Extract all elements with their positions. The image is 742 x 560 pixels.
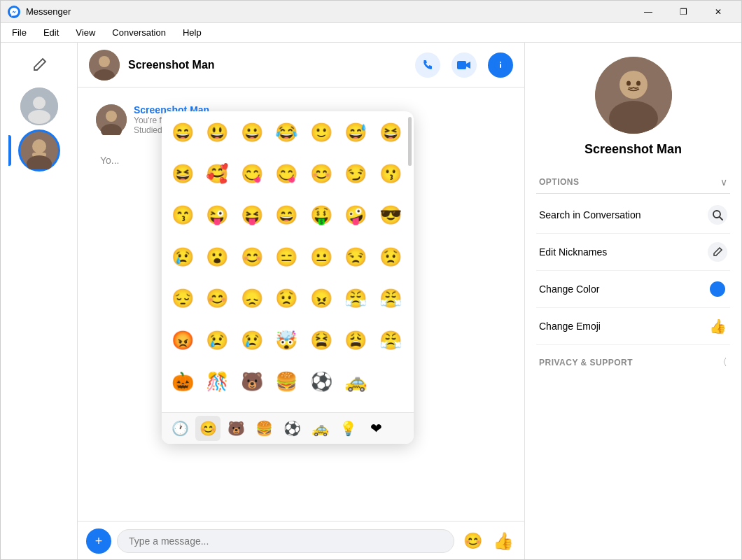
sidebar-item-screenshot-man[interactable] xyxy=(18,130,60,172)
emoji-cell[interactable]: ⚽ xyxy=(306,367,337,398)
svg-line-24 xyxy=(720,217,722,220)
emoji-tab-smileys[interactable]: 😊 xyxy=(195,416,220,441)
emoji-cell[interactable]: 😤 xyxy=(340,284,371,314)
emoji-cell[interactable]: 🎊 xyxy=(202,367,232,398)
emoji-cell[interactable]: 😀 xyxy=(237,117,267,148)
emoji-cell[interactable]: 😢 xyxy=(167,241,198,272)
emoji-cell[interactable]: 🤪 xyxy=(340,200,371,231)
video-button[interactable] xyxy=(451,52,477,78)
header-actions xyxy=(415,52,513,78)
emoji-cell[interactable]: 🤯 xyxy=(271,325,302,356)
emoji-picker-button[interactable]: 😊 xyxy=(460,528,485,554)
emoji-cell[interactable]: 😎 xyxy=(375,200,406,231)
emoji-cell[interactable]: 😅 xyxy=(340,117,371,148)
emoji-tab-objects[interactable]: 💡 xyxy=(335,416,360,441)
emoji-tab-food[interactable]: 🍔 xyxy=(251,416,276,441)
option-emoji-label: Change Emoji xyxy=(539,321,601,332)
emoji-cell[interactable]: 🤑 xyxy=(306,200,337,231)
emoji-tab-recent[interactable]: 🕐 xyxy=(167,416,192,441)
option-change-emoji[interactable]: Change Emoji 👍 xyxy=(536,308,730,345)
emoji-cell[interactable]: 😢 xyxy=(202,325,232,356)
emoji-cell[interactable]: 😠 xyxy=(306,284,337,314)
emoji-cell[interactable]: 😄 xyxy=(167,117,198,148)
menu-file[interactable]: File xyxy=(6,26,32,39)
svg-point-21 xyxy=(626,81,631,86)
emoji-cell[interactable]: 😊 xyxy=(237,241,267,272)
emoji-cell[interactable]: 😑 xyxy=(271,241,302,272)
emoji-cell[interactable]: 🎃 xyxy=(167,367,198,398)
emoji-cell[interactable]: 😜 xyxy=(202,200,232,231)
option-edit-label: Edit Nicknames xyxy=(539,246,607,258)
emoji-cell[interactable]: 😢 xyxy=(237,325,267,356)
privacy-chevron-icon[interactable]: 〈 xyxy=(718,356,727,369)
emoji-tab-animals[interactable]: 🐻 xyxy=(223,416,248,441)
chat-messages[interactable]: Screenshot Man You're fr... Studied... Y… xyxy=(78,88,524,521)
emoji-cell[interactable]: 😄 xyxy=(271,200,302,231)
emoji-cell[interactable]: 😤 xyxy=(375,325,406,356)
privacy-section: PRIVACY & SUPPORT 〈 xyxy=(536,351,730,374)
emoji-cell[interactable]: 😋 xyxy=(271,158,302,189)
options-label: OPTIONS xyxy=(539,177,580,187)
color-dot-icon xyxy=(708,279,727,299)
emoji-cell[interactable]: 🍔 xyxy=(271,367,302,398)
emoji-cell[interactable]: 😗 xyxy=(375,158,406,189)
conversation-panel: Screenshot Man xyxy=(78,43,524,560)
right-panel: Screenshot Man OPTIONS ∨ Search in Conve… xyxy=(524,43,741,560)
app-icon xyxy=(8,6,20,18)
emoji-cell[interactable]: 😩 xyxy=(340,325,371,356)
emoji-cell[interactable]: 🙂 xyxy=(306,117,337,148)
emoji-cell[interactable]: 😤 xyxy=(375,284,406,314)
emoji-cell[interactable]: 😊 xyxy=(306,158,337,189)
emoji-tab-activities[interactable]: ⚽ xyxy=(279,416,304,441)
emoji-cell[interactable]: 🚕 xyxy=(340,367,371,398)
emoji-cell[interactable]: 😐 xyxy=(306,241,337,272)
privacy-header: PRIVACY & SUPPORT 〈 xyxy=(536,351,730,374)
emoji-picker-grid[interactable]: 😄 😃 😀 😂 🙂 😅 😆 😆 🥰 😋 😋 😊 xyxy=(162,111,414,412)
emoji-tab-travel[interactable]: 🚕 xyxy=(307,416,332,441)
minimize-button[interactable]: — xyxy=(632,1,664,23)
emoji-scrollbar[interactable] xyxy=(408,117,412,166)
emoji-cell[interactable]: 😝 xyxy=(237,200,267,231)
emoji-cell[interactable]: 😊 xyxy=(202,284,232,314)
emoji-cell[interactable]: 😆 xyxy=(167,158,198,189)
compose-button[interactable] xyxy=(24,50,55,80)
option-change-color[interactable]: Change Color xyxy=(536,271,730,308)
menu-edit[interactable]: Edit xyxy=(38,26,64,39)
emoji-cell[interactable]: 🥰 xyxy=(202,158,232,189)
conversation-header: Screenshot Man xyxy=(78,43,524,88)
emoji-cell[interactable]: 🐻 xyxy=(237,367,267,398)
message-input[interactable] xyxy=(117,529,454,553)
phone-button[interactable] xyxy=(415,52,440,78)
emoji-cell[interactable]: 😮 xyxy=(202,241,232,272)
emoji-cell[interactable]: 😆 xyxy=(375,117,406,148)
emoji-tab-symbols[interactable]: ❤ xyxy=(363,416,388,441)
emoji-cell[interactable]: 😋 xyxy=(237,158,267,189)
close-button[interactable]: ✕ xyxy=(702,1,734,23)
menu-view[interactable]: View xyxy=(70,26,101,39)
menu-help[interactable]: Help xyxy=(177,26,207,39)
emoji-cell[interactable]: 😟 xyxy=(271,284,302,314)
info-button[interactable] xyxy=(488,52,513,78)
emoji-picker-tabs: 🕐 😊 🐻 🍔 ⚽ 🚕 💡 ❤ xyxy=(162,412,414,444)
emoji-cell[interactable]: 😟 xyxy=(375,241,406,272)
emoji-cell[interactable]: 😫 xyxy=(306,325,337,356)
like-button[interactable]: 👍 xyxy=(491,528,516,554)
emoji-picker[interactable]: 😄 😃 😀 😂 🙂 😅 😆 😆 🥰 😋 😋 😊 xyxy=(162,111,414,444)
maximize-button[interactable]: ❐ xyxy=(667,1,699,23)
contact-avatar xyxy=(89,50,120,80)
options-chevron-icon[interactable]: ∨ xyxy=(720,176,727,188)
emoji-cell[interactable]: 😃 xyxy=(202,117,232,148)
menu-conversation[interactable]: Conversation xyxy=(106,26,172,39)
emoji-cell[interactable]: 😙 xyxy=(167,200,198,231)
emoji-cell[interactable]: 😒 xyxy=(340,241,371,272)
svg-point-0 xyxy=(8,6,20,18)
option-edit-nicknames[interactable]: Edit Nicknames xyxy=(536,234,730,271)
emoji-cell[interactable]: 😂 xyxy=(271,117,302,148)
emoji-cell[interactable]: 😞 xyxy=(237,284,267,314)
add-button[interactable]: + xyxy=(86,528,111,554)
option-search-conversation[interactable]: Search in Conversation xyxy=(536,197,730,234)
emoji-cell[interactable]: 😔 xyxy=(167,284,198,314)
sidebar-item-placeholder[interactable] xyxy=(20,88,58,125)
emoji-cell[interactable]: 😏 xyxy=(340,158,371,189)
emoji-cell[interactable]: 😡 xyxy=(167,325,198,356)
